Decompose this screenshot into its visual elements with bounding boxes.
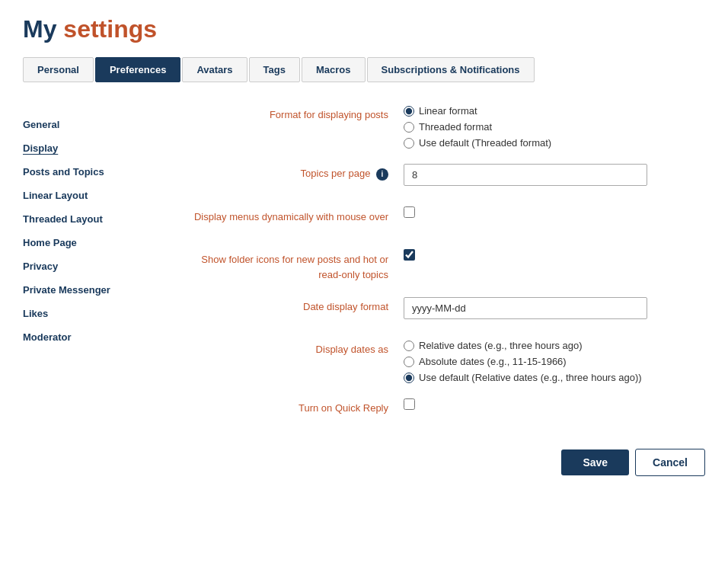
radio-default-relative-label: Use default (Relative dates (e.g., three… (419, 372, 642, 383)
display-dates-as-control: Relative dates (e.g., three hours ago) A… (404, 340, 705, 383)
tab-preferences[interactable]: Preferences (95, 57, 180, 82)
sidebar-item-home-page[interactable]: Home Page (23, 231, 175, 254)
dates-radio-group: Relative dates (e.g., three hours ago) A… (404, 340, 705, 383)
display-menus-label: Display menus dynamically with mouse ove… (190, 206, 404, 225)
date-display-format-input[interactable] (404, 297, 647, 319)
radio-default-threaded-label: Use default (Threaded format) (419, 137, 551, 149)
date-display-format-label: Date display format (190, 297, 404, 314)
radio-linear-label: Linear format (419, 105, 477, 117)
topics-per-page-row: Topics per page i (190, 164, 705, 191)
topics-per-page-input[interactable] (404, 164, 647, 186)
radio-threaded-label: Threaded format (419, 121, 492, 133)
display-menus-control (404, 206, 705, 218)
radio-absolute[interactable]: Absolute dates (e.g., 11-15-1966) (404, 356, 705, 367)
sidebar-item-private-messenger[interactable]: Private Messenger (23, 278, 175, 302)
show-folder-icons-checkbox[interactable] (404, 249, 415, 261)
radio-default-relative-input[interactable] (404, 373, 414, 383)
radio-absolute-label: Absolute dates (e.g., 11-15-1966) (419, 356, 567, 367)
tab-personal[interactable]: Personal (23, 57, 94, 82)
radio-relative[interactable]: Relative dates (e.g., three hours ago) (404, 340, 705, 351)
tab-tags[interactable]: Tags (249, 57, 300, 82)
radio-threaded[interactable]: Threaded format (404, 121, 705, 133)
show-folder-icons-control (404, 249, 705, 261)
sidebar-item-display[interactable]: Display (23, 136, 175, 160)
date-display-format-control (404, 297, 705, 319)
format-display-control: Linear format Threaded format Use defaul… (404, 105, 705, 149)
show-folder-icons-label: Show folder icons for new posts and hot … (190, 249, 404, 282)
quick-reply-label: Turn on Quick Reply (190, 398, 404, 415)
show-folder-icons-checkbox-row (404, 249, 705, 261)
display-menus-checkbox-row (404, 206, 705, 218)
tab-subscriptions[interactable]: Subscriptions & Notifications (367, 57, 535, 82)
cancel-button[interactable]: Cancel (635, 449, 705, 476)
sidebar-item-moderator[interactable]: Moderator (23, 325, 175, 349)
format-radio-group: Linear format Threaded format Use defaul… (404, 105, 705, 149)
save-button[interactable]: Save (561, 449, 629, 475)
display-dates-as-label: Display dates as (190, 340, 404, 357)
show-folder-icons-row: Show folder icons for new posts and hot … (190, 249, 705, 282)
sidebar-item-likes[interactable]: Likes (23, 302, 175, 325)
display-dates-as-row: Display dates as Relative dates (e.g., t… (190, 340, 705, 383)
topics-per-page-label: Topics per page i (190, 164, 404, 181)
radio-default-threaded[interactable]: Use default (Threaded format) (404, 137, 705, 149)
topics-per-page-control (404, 164, 705, 186)
display-menus-row: Display menus dynamically with mouse ove… (190, 206, 705, 234)
page-title: My settings (23, 15, 705, 43)
quick-reply-control (404, 398, 705, 410)
tabs-bar: Personal Preferences Avatars Tags Macros… (23, 57, 705, 82)
radio-absolute-input[interactable] (404, 357, 414, 367)
radio-linear-input[interactable] (404, 106, 414, 117)
sidebar-item-privacy[interactable]: Privacy (23, 254, 175, 278)
sidebar-item-posts-topics[interactable]: Posts and Topics (23, 160, 175, 184)
format-display-row: Format for displaying posts Linear forma… (190, 105, 705, 149)
quick-reply-checkbox[interactable] (404, 398, 415, 410)
info-icon[interactable]: i (376, 168, 388, 181)
tab-macros[interactable]: Macros (302, 57, 366, 82)
date-display-format-row: Date display format (190, 297, 705, 325)
display-menus-checkbox[interactable] (404, 206, 415, 218)
radio-default-relative[interactable]: Use default (Relative dates (e.g., three… (404, 372, 705, 383)
quick-reply-checkbox-row (404, 398, 705, 410)
button-row: Save Cancel (190, 449, 705, 476)
sidebar-item-linear-layout[interactable]: Linear Layout (23, 184, 175, 207)
radio-threaded-input[interactable] (404, 122, 414, 133)
format-display-label: Format for displaying posts (190, 105, 404, 122)
content-area: General Display Posts and Topics Linear … (23, 105, 705, 476)
radio-default-threaded-input[interactable] (404, 138, 414, 149)
settings-panel: Format for displaying posts Linear forma… (175, 105, 705, 476)
radio-relative-input[interactable] (404, 341, 414, 351)
sidebar-item-general[interactable]: General (23, 113, 175, 136)
tab-avatars[interactable]: Avatars (182, 57, 247, 82)
sidebar-item-threaded-layout[interactable]: Threaded Layout (23, 207, 175, 231)
radio-linear[interactable]: Linear format (404, 105, 705, 117)
quick-reply-row: Turn on Quick Reply (190, 398, 705, 426)
radio-relative-label: Relative dates (e.g., three hours ago) (419, 340, 583, 351)
sidebar: General Display Posts and Topics Linear … (23, 105, 175, 476)
